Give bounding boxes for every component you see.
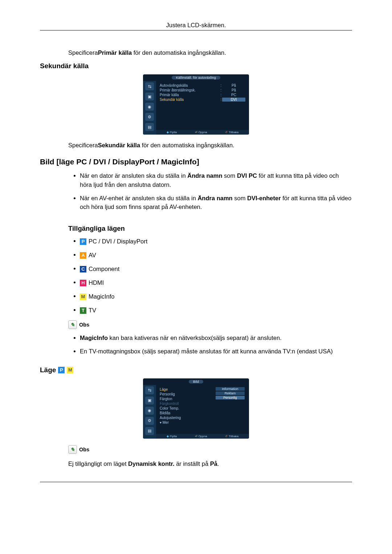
osd2-icon-sound: ◉ <box>145 407 154 415</box>
footer-rule <box>40 482 352 483</box>
osd1-row-0: Autoväxlingskälla:På <box>160 83 245 88</box>
modes-list: P PC / DVI / DisplayPort A AV C Componen… <box>80 238 352 314</box>
osd1-title: Källinställ. för autoväxling <box>172 76 220 79</box>
bild-bullet-list: När en dator är ansluten ska du ställa i… <box>80 171 352 212</box>
mode-icon-c: C <box>80 266 86 272</box>
obs-block-1: ✎ Obs <box>68 320 352 329</box>
obs-label-1: Obs <box>79 322 89 328</box>
osd2-left-6: Autojustering <box>160 415 245 420</box>
osd1-row-2: Primär källa:PC <box>160 93 245 97</box>
lage-heading: Läge P M <box>40 366 352 374</box>
lage-icon-m: M <box>67 367 73 373</box>
mode-icon-h: H <box>80 280 86 286</box>
osd2-icon-multi: ▤ <box>145 427 154 435</box>
bild-heading: Bild [läge PC / DVI / DisplayPort / Magi… <box>40 157 352 166</box>
osd1-row-3: Sekundär källa:DVI <box>160 97 245 102</box>
primar-pre: Specificera <box>68 49 98 56</box>
primar-bold: Primär källa <box>98 49 132 56</box>
osd2-title: Bild <box>189 380 203 383</box>
page-header: Justera LCD-skärmen. <box>40 22 352 30</box>
osd-icon-multi: ▤ <box>145 123 154 131</box>
primar-post: för den automatiska ingångskällan. <box>132 49 226 56</box>
osd2-right-0: Information <box>216 387 245 391</box>
mode-item-c: C Component <box>80 265 352 272</box>
obs-bullet-1: En TV-mottagningsbox (säljs separat) mås… <box>80 347 352 356</box>
osd2-right-2: Personlig <box>216 396 245 399</box>
final-note: Ej tillgängligt om läget Dynamisk kontr.… <box>68 460 352 468</box>
mode-item-m: M MagicInfo <box>80 293 352 300</box>
primar-note: SpecificeraPrimär källa för den automati… <box>68 49 352 57</box>
osd-icon-input: ⇆ <box>145 82 154 90</box>
osd-left-icons: ⇆ ▣ ◉ ⚙ ▤ <box>143 81 156 135</box>
osd2-icon-setup: ⚙ <box>145 417 154 425</box>
obs-block-2: ✎ Obs <box>68 445 352 454</box>
mode-item-p: P PC / DVI / DisplayPort <box>80 238 352 245</box>
mode-icon-a: A <box>80 252 86 259</box>
sekundar-note: SpecificeraSekundär källa för den automa… <box>68 141 352 149</box>
osd-screenshot-lage: Bild ⇆ ▣ ◉ ⚙ ▤ Läge Personlig Färgton Fä… <box>143 378 249 439</box>
mode-item-h: H HDMI <box>80 279 352 286</box>
osd-screenshot-sekundar: Källinställ. för autoväxling ⇆ ▣ ◉ ⚙ ▤ A… <box>143 74 249 135</box>
osd2-bottom: ◆Flytta ⏎Öppna ↺Tillbaka <box>156 434 249 439</box>
osd2-icon-picture: ▣ <box>145 397 154 405</box>
obs-bullet-0: MagicInfo kan bara kativeras när en nätv… <box>80 333 352 342</box>
page-header-text: Justera LCD-skärmen. <box>166 22 226 28</box>
osd-icon-picture: ▣ <box>145 93 154 100</box>
note-icon: ✎ <box>68 320 77 329</box>
bild-bullet-0: När en dator är ansluten ska du ställa i… <box>80 171 352 189</box>
mode-item-a: A AV <box>80 251 352 259</box>
mode-item-t: T TV <box>80 307 352 314</box>
mode-icon-m: M <box>80 294 86 300</box>
lage-icon-p: P <box>58 367 65 373</box>
osd2-left-icons: ⇆ ▣ ◉ ⚙ ▤ <box>143 385 156 439</box>
osd2-left-7: ▾ Mer <box>160 420 245 425</box>
sekundar-heading: Sekundär källa <box>40 62 352 70</box>
osd2-left-3: Färgkontroll <box>160 401 245 406</box>
note-icon-2: ✎ <box>68 445 77 454</box>
osd2-icon-input: ⇆ <box>145 386 154 394</box>
osd1-row-1: Primär återställningsk.:På <box>160 88 245 93</box>
obs-bullets: MagicInfo kan bara kativeras när en nätv… <box>80 333 352 356</box>
mode-icon-p: P <box>80 238 86 245</box>
mode-icon-t: T <box>80 307 86 314</box>
osd-icon-setup: ⚙ <box>145 113 154 121</box>
bild-bullet-1: När en AV-enhet är ansluten ska du ställ… <box>80 194 352 212</box>
obs-label-2: Obs <box>79 447 89 452</box>
modes-heading: Tillgängliga lägen <box>68 225 352 233</box>
osd2-left-5: Bildlås <box>160 411 245 415</box>
osd2-right-1: Reklam <box>216 391 245 395</box>
osd2-left-4: Color Temp. <box>160 406 245 411</box>
osd-icon-sound: ◉ <box>145 103 154 111</box>
osd1-bottom: ◆Flytta ⏎Öppna ↺Tillbaka <box>156 130 249 135</box>
